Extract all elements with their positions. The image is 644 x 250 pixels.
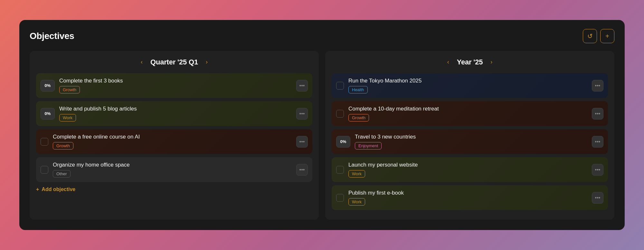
right-item-5-checkbox[interactable]: [336, 194, 344, 202]
progress-badge-1: 0%: [41, 80, 55, 91]
left-item-1-more-button[interactable]: •••: [296, 80, 308, 91]
add-objective-button[interactable]: + Add objective: [36, 185, 75, 194]
left-item-3-title: Complete a free online course on AI: [53, 134, 293, 140]
right-item-3: 0% Travel to 3 new countries Enjoyment •…: [332, 129, 608, 154]
right-col-prev-button[interactable]: ‹: [445, 57, 452, 67]
right-progress-badge-3: 0%: [336, 136, 350, 148]
left-item-1-content: Complete the first 3 books Growth: [59, 78, 293, 93]
left-item-3: Complete a free online course on AI Grow…: [36, 129, 312, 154]
right-item-2: Complete a 10-day meditation retreat Gro…: [332, 101, 608, 126]
left-item-4-tag: Other: [53, 170, 71, 178]
right-item-4-more-button[interactable]: •••: [592, 164, 603, 176]
right-item-1-content: Run the Tokyo Marathon 2025 Health: [348, 78, 589, 93]
app-header: Objectives ↺ +: [30, 29, 614, 43]
add-button[interactable]: +: [600, 29, 614, 43]
right-item-5-more-button[interactable]: •••: [592, 192, 603, 204]
left-item-4-more-button[interactable]: •••: [296, 164, 308, 176]
right-column: ‹ Year '25 › Run the Tokyo Marathon 2025…: [325, 51, 614, 220]
left-item-3-checkbox[interactable]: [41, 138, 48, 146]
add-objective-label: Add objective: [42, 187, 75, 192]
right-item-1-tag: Health: [348, 86, 368, 93]
right-item-2-tag: Growth: [348, 114, 369, 121]
left-item-2-content: Write and publish 5 blog articles Work: [59, 106, 293, 121]
right-item-1-more-button[interactable]: •••: [592, 80, 603, 91]
left-item-4-checkbox[interactable]: [41, 166, 48, 174]
left-col-next-button[interactable]: ›: [203, 57, 210, 67]
right-item-5-content: Publish my first e-book Work: [348, 190, 589, 206]
left-item-3-content: Complete a free online course on AI Grow…: [53, 134, 293, 149]
app-title: Objectives: [30, 31, 74, 41]
right-item-2-content: Complete a 10-day meditation retreat Gro…: [348, 106, 589, 121]
right-item-2-checkbox[interactable]: [336, 110, 344, 118]
left-item-1-title: Complete the first 3 books: [59, 78, 293, 84]
right-item-4-content: Launch my personal website Work: [348, 162, 589, 178]
refresh-button[interactable]: ↺: [583, 29, 597, 43]
right-item-2-more-button[interactable]: •••: [592, 108, 603, 120]
right-item-1: Run the Tokyo Marathon 2025 Health •••: [332, 73, 608, 98]
right-item-3-content: Travel to 3 new countries Enjoyment: [355, 134, 589, 149]
left-item-4: Organize my home office space Other •••: [36, 157, 312, 182]
left-item-2: 0% Write and publish 5 blog articles Wor…: [36, 101, 312, 126]
columns-wrapper: ‹ Quarter '25 Q1 › 0% Complete the first…: [30, 51, 614, 220]
right-item-2-title: Complete a 10-day meditation retreat: [348, 106, 589, 112]
right-item-4-title: Launch my personal website: [348, 162, 589, 168]
right-item-5-title: Publish my first e-book: [348, 190, 589, 196]
right-item-1-title: Run the Tokyo Marathon 2025: [348, 78, 589, 84]
left-column-title: Quarter '25 Q1: [150, 58, 198, 66]
right-column-header: ‹ Year '25 ›: [332, 57, 608, 67]
right-item-4-tag: Work: [348, 170, 365, 178]
right-item-1-checkbox[interactable]: [336, 82, 344, 90]
left-item-1: 0% Complete the first 3 books Growth •••: [36, 73, 312, 98]
right-column-title: Year '25: [457, 58, 483, 66]
right-item-3-tag: Enjoyment: [355, 142, 382, 149]
left-item-2-more-button[interactable]: •••: [296, 108, 308, 120]
right-item-4: Launch my personal website Work •••: [332, 157, 608, 182]
left-item-1-tag: Growth: [59, 86, 80, 93]
right-item-5: Publish my first e-book Work •••: [332, 185, 608, 210]
left-col-prev-button[interactable]: ‹: [138, 57, 145, 67]
left-item-2-tag: Work: [59, 114, 76, 121]
left-item-4-content: Organize my home office space Other: [53, 162, 293, 178]
left-item-4-title: Organize my home office space: [53, 162, 293, 168]
left-item-2-title: Write and publish 5 blog articles: [59, 106, 293, 112]
right-item-5-tag: Work: [348, 198, 365, 206]
add-icon: +: [36, 187, 39, 192]
right-col-next-button[interactable]: ›: [488, 57, 495, 67]
left-column-header: ‹ Quarter '25 Q1 ›: [36, 57, 312, 67]
left-column: ‹ Quarter '25 Q1 › 0% Complete the first…: [30, 51, 319, 220]
header-actions: ↺ +: [583, 29, 614, 43]
right-item-3-title: Travel to 3 new countries: [355, 134, 589, 140]
progress-badge-2: 0%: [41, 108, 55, 120]
left-item-3-more-button[interactable]: •••: [296, 136, 308, 148]
left-item-3-tag: Growth: [53, 142, 73, 149]
right-item-4-checkbox[interactable]: [336, 166, 344, 174]
right-item-3-more-button[interactable]: •••: [592, 136, 603, 148]
app-container: Objectives ↺ + ‹ Quarter '25 Q1 › 0% Com…: [19, 20, 625, 230]
